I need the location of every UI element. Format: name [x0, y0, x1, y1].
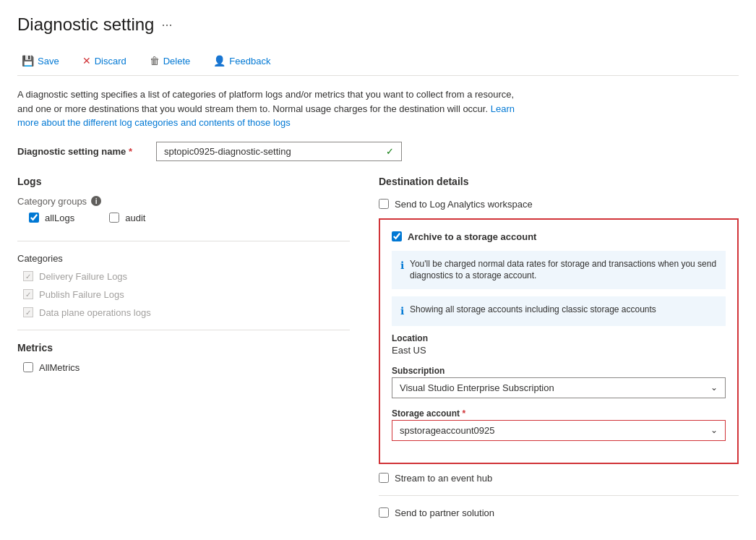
partner-row: Send to partner solution — [379, 507, 739, 518]
archive-storage-box: Archive to a storage account ℹ You'll be… — [379, 218, 739, 464]
dataplane-ops-checkbox: ✓ — [23, 307, 33, 317]
page-container: Diagnostic setting ··· 💾 Save ✕ Discard … — [0, 0, 756, 540]
partner-label: Send to partner solution — [395, 507, 494, 518]
alllogs-row: allLogs — [23, 213, 74, 223]
log-analytics-row: Send to Log Analytics workspace — [379, 199, 739, 210]
audit-checkbox[interactable] — [109, 213, 119, 223]
page-title: Diagnostic setting — [17, 14, 154, 35]
page-title-area: Diagnostic setting ··· — [17, 14, 739, 35]
delete-label: Delete — [163, 56, 191, 67]
divider-3 — [379, 495, 739, 496]
discard-label: Discard — [95, 56, 126, 67]
logs-title: Logs — [17, 176, 350, 187]
save-icon: 💾 — [22, 55, 34, 67]
audit-row: audit — [103, 213, 145, 223]
main-layout: Logs Category groups i allLogs audit — [17, 176, 739, 527]
delivery-failure-label: Delivery Failure Logs — [39, 271, 127, 282]
info-banner-charge: ℹ You'll be charged normal data rates fo… — [392, 251, 726, 290]
feedback-icon: 👤 — [213, 55, 225, 67]
discard-button[interactable]: ✕ Discard — [78, 52, 131, 69]
description-text: A diagnostic setting specifies a list of… — [17, 89, 514, 114]
all-metrics-label: AllMetrics — [39, 362, 80, 373]
delete-icon: 🗑 — [150, 55, 160, 67]
subscription-value: Visual Studio Enterprise Subscription — [400, 382, 554, 393]
divider-2 — [17, 330, 350, 330]
publish-failure-label: Publish Failure Logs — [39, 289, 124, 300]
archive-label: Archive to a storage account — [408, 231, 536, 242]
all-metrics-checkbox[interactable] — [23, 362, 33, 372]
diagnostic-name-input[interactable]: sptopic0925-diagnostic-setting ✓ — [156, 142, 402, 161]
log-analytics-checkbox[interactable] — [379, 199, 389, 209]
delete-button[interactable]: 🗑 Delete — [145, 52, 195, 69]
description-block: A diagnostic setting specifies a list of… — [17, 87, 523, 130]
location-value: East US — [392, 345, 726, 356]
destination-title: Destination details — [379, 176, 739, 187]
category-groups-info-icon[interactable]: i — [91, 196, 101, 206]
subscription-dropdown[interactable]: Visual Studio Enterprise Subscription ⌄ — [392, 377, 726, 398]
info-banner-2-text: Showing all storage accounts including c… — [410, 304, 656, 316]
categories-section: Categories ✓ Delivery Failure Logs ✓ — [17, 253, 350, 318]
left-panel: Logs Category groups i allLogs audit — [17, 176, 350, 527]
partner-checkbox[interactable] — [379, 507, 389, 518]
dataplane-ops-label: Data plane operations logs — [39, 307, 151, 318]
ellipsis-menu[interactable]: ··· — [161, 17, 172, 33]
location-label: Location — [392, 333, 726, 343]
all-metrics-row: AllMetrics — [17, 362, 350, 373]
metrics-section: Metrics AllMetrics — [17, 342, 350, 373]
event-hub-row: Stream to an event hub — [379, 473, 739, 484]
publish-failure-checkbox: ✓ — [23, 289, 33, 299]
discard-icon: ✕ — [82, 55, 91, 67]
diagnostic-name-value: sptopic0925-diagnostic-setting — [164, 146, 291, 157]
audit-label: audit — [125, 213, 145, 223]
archive-checkbox[interactable] — [392, 231, 402, 241]
delivery-failure-row: ✓ Delivery Failure Logs — [23, 271, 350, 282]
alllogs-label: allLogs — [45, 213, 74, 223]
right-panel: Destination details Send to Log Analytic… — [379, 176, 739, 527]
diagnostic-name-row: Diagnostic setting name * sptopic0925-di… — [17, 142, 739, 161]
publish-failure-row: ✓ Publish Failure Logs — [23, 289, 350, 300]
subscription-group: Subscription Visual Studio Enterprise Su… — [392, 366, 726, 398]
archive-header: Archive to a storage account — [392, 231, 726, 242]
diagnostic-name-label: Diagnostic setting name * — [17, 146, 147, 157]
info-icon-2: ℹ — [400, 304, 404, 319]
category-items: ✓ Delivery Failure Logs ✓ Publish Failur… — [17, 271, 350, 318]
subscription-label: Subscription — [392, 366, 726, 376]
log-analytics-label: Send to Log Analytics workspace — [395, 199, 533, 210]
info-banner-storage: ℹ Showing all storage accounts including… — [392, 296, 726, 326]
location-group: Location East US — [392, 333, 726, 356]
storage-account-dropdown[interactable]: spstorageaccount0925 ⌄ — [392, 420, 726, 441]
storage-account-label: Storage account * — [392, 408, 726, 419]
alllogs-checkbox[interactable] — [29, 213, 39, 223]
save-button[interactable]: 💾 Save — [17, 52, 64, 69]
save-label: Save — [38, 56, 59, 67]
delivery-failure-checkbox: ✓ — [23, 271, 33, 281]
category-groups-label: Category groups — [17, 196, 87, 207]
logs-section: Logs Category groups i allLogs audit — [17, 176, 350, 318]
category-groups-row: Category groups i — [17, 196, 350, 207]
check-icon: ✓ — [386, 146, 394, 157]
categories-label: Categories — [17, 253, 350, 264]
dataplane-ops-row: ✓ Data plane operations logs — [23, 307, 350, 318]
toolbar: 💾 Save ✕ Discard 🗑 Delete 👤 Feedback — [17, 46, 739, 76]
storage-account-required: * — [462, 408, 465, 419]
storage-account-dropdown-arrow: ⌄ — [710, 425, 718, 435]
storage-account-value: spstorageaccount0925 — [400, 425, 495, 436]
required-star: * — [129, 146, 132, 157]
feedback-button[interactable]: 👤 Feedback — [209, 52, 275, 69]
divider-1 — [17, 241, 350, 241]
storage-account-group: Storage account * spstorageaccount0925 ⌄ — [392, 408, 726, 441]
info-banner-1-text: You'll be charged normal data rates for … — [410, 258, 717, 283]
subscription-dropdown-arrow: ⌄ — [710, 382, 718, 393]
metrics-title: Metrics — [17, 342, 350, 353]
feedback-label: Feedback — [229, 56, 270, 67]
event-hub-checkbox[interactable] — [379, 473, 389, 483]
info-icon-1: ℹ — [400, 259, 404, 273]
event-hub-label: Stream to an event hub — [395, 473, 492, 484]
